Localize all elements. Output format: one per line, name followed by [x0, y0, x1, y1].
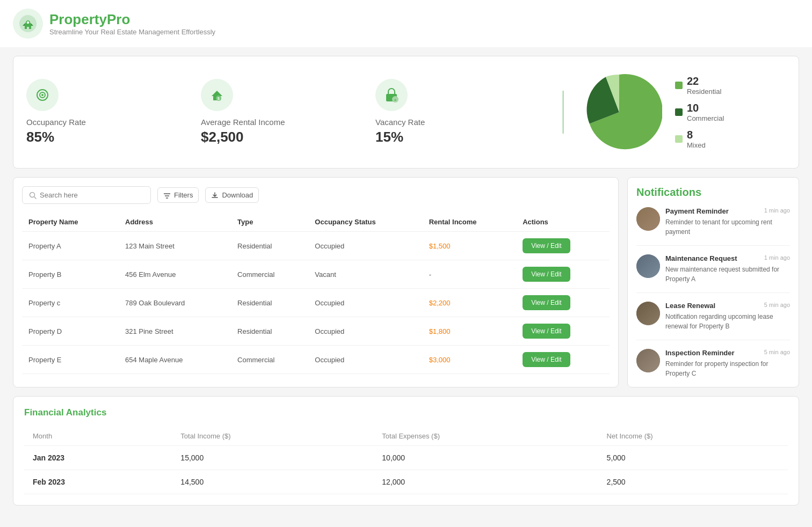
table-row: Property c 789 Oak Boulevard Residential… — [22, 289, 610, 317]
logo-subtitle: Streamline Your Real Estate Management E… — [49, 28, 215, 36]
notif-content: Lease Renewal 5 min ago Notification reg… — [665, 302, 790, 331]
notif-header: Inspection Reminder 5 min ago — [665, 349, 790, 357]
logo-text: PropertyPro Streamline Your Real Estate … — [49, 11, 215, 36]
fin-net: 5,000 — [598, 446, 788, 470]
avatar-image — [636, 254, 660, 278]
vacancy-icon: + — [375, 79, 408, 111]
cell-actions: View / Edit — [516, 289, 610, 317]
fin-month: Feb 2023 — [24, 470, 172, 494]
cell-type: Residential — [231, 317, 308, 346]
col-address: Address — [119, 213, 231, 232]
view-edit-button[interactable]: View / Edit — [523, 295, 570, 310]
col-rental-income: Rental Income — [423, 213, 516, 232]
vacancy-value: 15% — [375, 129, 403, 145]
fin-income: 15,000 — [172, 446, 373, 470]
commercial-label: Commercial — [687, 114, 724, 122]
cell-income: $1,500 — [423, 232, 516, 260]
view-edit-button[interactable]: View / Edit — [523, 267, 570, 282]
svg-text:$: $ — [218, 97, 220, 101]
logo-icon — [13, 9, 43, 39]
cell-type: Residential — [231, 289, 308, 317]
header: PropertyPro Streamline Your Real Estate … — [0, 0, 812, 47]
avatar-image — [636, 207, 660, 231]
cell-status: Occupied — [308, 346, 422, 374]
notif-time: 1 min ago — [764, 207, 790, 214]
notif-title: Lease Renewal — [665, 302, 715, 310]
notifications-card: Notifications Payment Reminder 1 min ago… — [627, 177, 799, 387]
download-button[interactable]: Download — [205, 187, 259, 203]
notification-item: Lease Renewal 5 min ago Notification reg… — [636, 302, 790, 340]
view-edit-button[interactable]: View / Edit — [523, 324, 570, 339]
view-edit-button[interactable]: View / Edit — [523, 352, 570, 367]
fin-net: 2,500 — [598, 470, 788, 494]
svg-point-1 — [26, 21, 30, 24]
cell-status: Occupied — [308, 289, 422, 317]
financial-row: Feb 2023 14,500 12,000 2,500 — [24, 470, 788, 494]
stats-card: Occupancy Rate 85% $ Average Rental Inco… — [13, 56, 799, 169]
chart-divider — [563, 91, 563, 134]
cell-actions: View / Edit — [516, 346, 610, 374]
cell-actions: View / Edit — [516, 260, 610, 289]
cell-type: Residential — [231, 232, 308, 260]
notif-time: 5 min ago — [764, 302, 790, 308]
col-occupancy-status: Occupancy Status — [308, 213, 422, 232]
residential-color — [675, 82, 683, 89]
notif-avatar — [636, 254, 660, 278]
fin-col-income: Total Income ($) — [172, 427, 373, 446]
table-row: Property D 321 Pine Street Residential O… — [22, 317, 610, 346]
financial-title: Financial Analytics — [24, 407, 788, 418]
search-box[interactable] — [22, 186, 151, 204]
svg-point-10 — [30, 192, 35, 197]
rental-income-icon: $ — [201, 79, 233, 111]
table-row: Property E 654 Maple Avenue Commercial O… — [22, 346, 610, 374]
notif-avatar — [636, 349, 660, 372]
notif-header: Payment Reminder 1 min ago — [665, 207, 790, 215]
notif-header: Maintenance Request 1 min ago — [665, 254, 790, 262]
cell-address: 123 Main Street — [119, 232, 231, 260]
financial-card: Financial Analytics Month Total Income (… — [13, 396, 799, 506]
notif-title: Maintenance Request — [665, 254, 737, 262]
notif-avatar — [636, 207, 660, 231]
notifications-list: Payment Reminder 1 min ago Reminder to t… — [636, 207, 790, 378]
legend-commercial: 10 Commercial — [675, 102, 724, 122]
occupancy-icon — [26, 79, 59, 111]
filters-button[interactable]: Filters — [157, 187, 199, 203]
residential-count: 22 — [687, 75, 721, 87]
notif-header: Lease Renewal 5 min ago — [665, 302, 790, 310]
notif-body: New maintenance request submitted for Pr… — [665, 265, 790, 284]
cell-income: $3,000 — [423, 346, 516, 374]
commercial-count: 10 — [687, 102, 724, 114]
notification-item: Maintenance Request 1 min ago New mainte… — [636, 254, 790, 293]
notification-item: Inspection Reminder 5 min ago Reminder f… — [636, 349, 790, 378]
fin-expenses: 12,000 — [373, 470, 598, 494]
download-label: Download — [222, 191, 253, 199]
col-actions: Actions — [516, 213, 610, 232]
cell-name: Property E — [22, 346, 119, 374]
occupancy-stat: Occupancy Rate 85% — [26, 79, 201, 145]
avatar-image — [636, 302, 660, 325]
cell-address: 321 Pine Street — [119, 317, 231, 346]
rental-income-value: $2,500 — [201, 129, 244, 145]
notif-time: 1 min ago — [764, 254, 790, 261]
pie-chart — [576, 69, 662, 155]
cell-address: 789 Oak Boulevard — [119, 289, 231, 317]
pie-legend: 22 Residential 10 Commercial 8 Mixed — [675, 75, 724, 149]
rental-income-label: Average Rental Income — [201, 118, 285, 127]
search-input[interactable] — [40, 191, 144, 199]
chart-area: 22 Residential 10 Commercial 8 Mixed — [576, 69, 786, 155]
view-edit-button[interactable]: View / Edit — [523, 238, 570, 253]
avatar-image — [636, 349, 660, 372]
financial-row: Jan 2023 15,000 10,000 5,000 — [24, 446, 788, 470]
logo-title: PropertyPro — [49, 11, 215, 28]
fin-col-net: Net Income ($) — [598, 427, 788, 446]
mixed-color — [675, 135, 683, 143]
cell-name: Property B — [22, 260, 119, 289]
table-toolbar: Filters Download — [22, 186, 610, 204]
svg-text:+: + — [394, 98, 397, 103]
legend-mixed: 8 Mixed — [675, 129, 724, 149]
middle-section: Filters Download Property Name Address T… — [13, 177, 799, 387]
main-content: Occupancy Rate 85% $ Average Rental Inco… — [0, 47, 812, 514]
cell-type: Commercial — [231, 346, 308, 374]
cell-name: Property c — [22, 289, 119, 317]
notif-body: Reminder to tenant for upcoming rent pay… — [665, 217, 790, 237]
